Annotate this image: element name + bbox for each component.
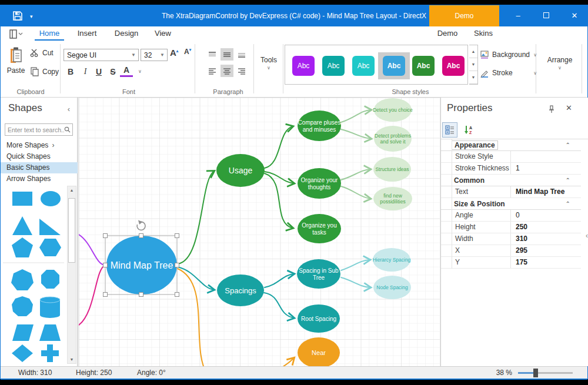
sidebar-item-basic-shapes[interactable]: Basic Shapes	[1, 162, 78, 173]
grow-font-button[interactable]: A▴	[170, 48, 182, 61]
property-value[interactable]: Mind Map Tree	[511, 186, 581, 197]
stencil-parallelogram[interactable]	[12, 324, 34, 341]
strikethrough-button[interactable]: S	[106, 65, 119, 78]
search-input[interactable]: Enter text to search...	[5, 123, 73, 136]
diagram-canvas[interactable]: Mind Map TreeUsageCompare plusesand minu…	[79, 98, 440, 366]
shapes-scrollbar[interactable]: ▲ ▼	[67, 186, 76, 364]
resize-handle-e[interactable]	[175, 263, 179, 267]
node-organize-tasks[interactable]: Organize youtasks	[298, 214, 341, 243]
resize-handle-w[interactable]	[103, 263, 108, 267]
scroll-down-icon[interactable]: ▼	[68, 357, 76, 361]
node-spacings[interactable]: Spacings	[217, 274, 264, 306]
align-right-button[interactable]	[235, 65, 248, 77]
close-icon[interactable]: ✕	[562, 5, 587, 26]
tools-button[interactable]: Tools ∨	[255, 46, 282, 79]
stencil-hexagon[interactable]	[39, 239, 61, 256]
tab-home[interactable]: Home	[35, 26, 64, 41]
shape-style-swatch-selected[interactable]: Abc	[383, 56, 405, 76]
maximize-icon[interactable]	[533, 5, 559, 26]
node-detect-problems[interactable]: Detect problemsand solve it	[374, 126, 412, 152]
bold-button[interactable]: B	[64, 65, 77, 78]
stencil-ellipse[interactable]	[41, 191, 61, 206]
pin-icon[interactable]	[548, 105, 555, 116]
shape-style-swatch[interactable]: Abc	[412, 56, 435, 76]
sidebar-item-arrow-shapes[interactable]: Arrow Shapes	[1, 173, 78, 185]
property-category-size-position[interactable]: Size & Position⌃	[441, 198, 581, 210]
stroke-button[interactable]: Stroke ∨	[480, 67, 537, 79]
stencil-heptagon[interactable]	[11, 269, 34, 290]
font-color-dropdown-icon[interactable]: ∨	[133, 65, 146, 78]
background-button[interactable]: Background ∨	[480, 49, 537, 61]
property-value[interactable]: 175	[511, 257, 581, 268]
scroll-up-icon[interactable]: ▲	[68, 188, 76, 192]
property-category-appearance[interactable]: Appearance⌃	[441, 139, 581, 151]
shrink-font-button[interactable]: A▾	[184, 48, 196, 61]
gallery-expand-icon[interactable]: ▼	[469, 71, 477, 84]
shape-style-swatch[interactable]: Abc	[292, 56, 315, 76]
node-compare-pluses[interactable]: Compare plusesand minuses	[298, 111, 341, 141]
minimize-icon[interactable]: –	[505, 5, 531, 26]
property-value[interactable]: 0	[511, 210, 581, 221]
align-left-button[interactable]	[206, 65, 219, 77]
node-mind-map-tree[interactable]: Mind Map Tree	[106, 236, 177, 294]
collapse-category-icon[interactable]: ⌃	[566, 142, 570, 148]
panel-splitter-icon[interactable]: ‹	[586, 232, 588, 240]
property-value[interactable]: 1	[511, 163, 581, 174]
node-spacing-sub-tree[interactable]: Spacing in SubTree	[297, 259, 340, 289]
shape-style-swatch[interactable]: Abc	[352, 56, 375, 76]
node-organize-thoughts[interactable]: Organize yourthoughts	[298, 168, 341, 199]
node-root-spacing[interactable]: Root Spacing	[298, 304, 340, 333]
italic-button[interactable]: I	[79, 65, 92, 78]
tab-skins[interactable]: Skins	[470, 26, 497, 41]
tab-demo[interactable]: Demo	[433, 26, 462, 41]
node-usage[interactable]: Usage	[216, 154, 265, 187]
tab-insert[interactable]: Insert	[71, 26, 103, 41]
stencil-rectangle[interactable]	[12, 192, 32, 206]
zoom-slider[interactable]	[518, 372, 573, 374]
font-size-combobox[interactable]: 32 ▼	[141, 49, 168, 61]
font-family-combobox[interactable]: Segoe UI ▼	[64, 49, 139, 61]
collapse-category-icon[interactable]: ⌃	[566, 177, 570, 183]
align-middle-button[interactable]	[220, 48, 233, 61]
property-value[interactable]	[511, 151, 581, 162]
resize-handle-ne[interactable]	[175, 234, 179, 238]
sidebar-item-more-shapes[interactable]: More Shapes›	[1, 140, 78, 151]
arrange-button[interactable]: Arrange ∨	[539, 46, 581, 79]
property-value[interactable]: 250	[511, 222, 581, 233]
resize-handle-nw[interactable]	[103, 234, 108, 238]
tab-view[interactable]: View	[150, 26, 176, 41]
close-panel-icon[interactable]: ✕	[566, 103, 572, 112]
cut-button[interactable]: Cut	[30, 49, 54, 57]
node-structure-ideas[interactable]: Structure ideas	[373, 157, 411, 182]
shape-style-swatch[interactable]: Abc	[322, 56, 345, 76]
resize-handle-s[interactable]	[139, 293, 143, 297]
categorized-view-button[interactable]	[442, 122, 457, 138]
sidebar-item-quick-shapes[interactable]: Quick Shapes	[1, 151, 78, 162]
gallery-scroll-up-icon[interactable]: ▲	[469, 45, 477, 58]
shape-style-swatch[interactable]: Abc	[442, 56, 465, 76]
scrollbar-thumb[interactable]	[68, 198, 75, 263]
font-color-button[interactable]: A	[120, 65, 133, 77]
property-category-common[interactable]: Common⌃	[441, 175, 581, 186]
alphabetical-sort-button[interactable]: A Z	[461, 122, 476, 138]
stencil-right-triangle[interactable]	[39, 219, 61, 235]
stencil-trapezoid[interactable]	[39, 324, 61, 341]
node-find-new-possidilities[interactable]: find newpossidilities	[373, 187, 412, 210]
copy-button[interactable]: Copy	[30, 67, 59, 76]
zoom-slider-thumb[interactable]	[533, 369, 538, 377]
stencil-octagon[interactable]	[41, 270, 59, 289]
gallery-scroll-down-icon[interactable]: ▼	[469, 58, 477, 71]
collapse-category-icon[interactable]: ⌃	[566, 200, 570, 207]
collapse-panel-icon[interactable]: ‹	[68, 105, 70, 113]
resize-handle-se[interactable]	[175, 293, 179, 297]
stencil-pentagon[interactable]	[12, 237, 33, 257]
chevron-down-icon[interactable]: ▼	[131, 52, 136, 58]
stencil-diamond[interactable]	[12, 344, 33, 362]
demo-button[interactable]: Demo	[429, 5, 499, 26]
node-node-spacing[interactable]: Node Spacing	[373, 276, 411, 299]
resize-handle-sw[interactable]	[103, 293, 108, 297]
align-bottom-button[interactable]	[235, 48, 248, 61]
align-top-button[interactable]	[206, 48, 219, 61]
align-center-button[interactable]	[220, 65, 233, 77]
underline-button[interactable]: U	[92, 65, 105, 78]
